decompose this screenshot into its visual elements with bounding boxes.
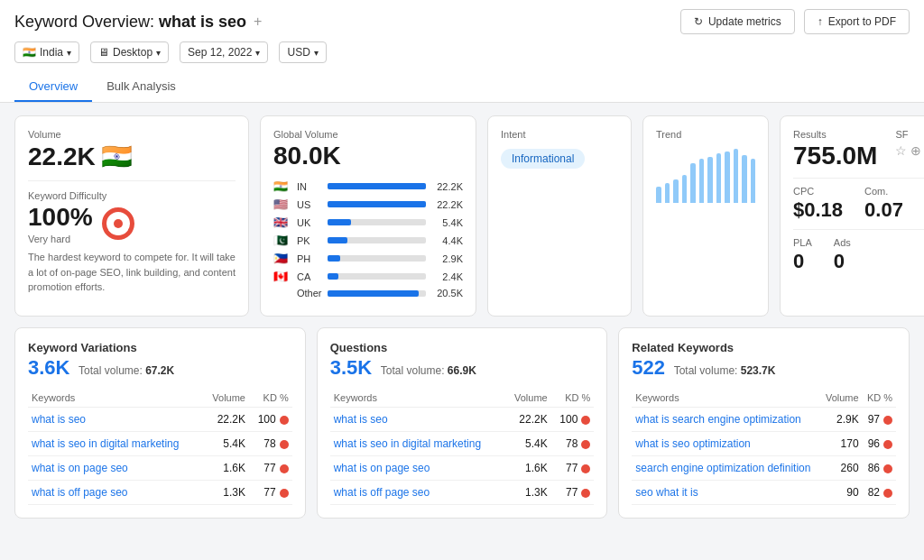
kw-link[interactable]: what is seo in digital marketing bbox=[334, 437, 481, 450]
export-icon: ↑ bbox=[818, 15, 823, 28]
kw-link[interactable]: search engine optimization definition bbox=[635, 462, 810, 474]
rk-section-title: Related Keywords bbox=[632, 341, 896, 354]
geo-val: 22.2K bbox=[431, 181, 463, 192]
table-row: what is seo 22.2K 100 bbox=[330, 408, 595, 432]
page-title: Keyword Overview: what is seo bbox=[14, 13, 246, 32]
kw-link[interactable]: what is seo bbox=[334, 413, 388, 426]
rk-total-val: 523.7K bbox=[741, 364, 776, 377]
results-value: 755.0M bbox=[793, 142, 877, 170]
volume-cell: 1.6K bbox=[505, 456, 551, 481]
geo-row: 🇮🇳 IN 22.2K bbox=[273, 179, 463, 193]
kd-cell: 77 bbox=[249, 456, 292, 481]
trend-bar bbox=[699, 159, 705, 203]
device-filter[interactable]: 🖥 Desktop ▾ bbox=[90, 41, 169, 63]
kw-link[interactable]: seo what it is bbox=[635, 486, 698, 499]
results-sf-card: Results 755.0M SF ☆ ⊕ ◎ +2 CPC $0 bbox=[780, 115, 924, 317]
kd-cell: 77 bbox=[249, 481, 292, 505]
trend-bar bbox=[751, 159, 756, 203]
kd-cell: 82 bbox=[863, 481, 896, 505]
kw-link[interactable]: what is off page seo bbox=[334, 486, 430, 499]
kw-link[interactable]: what is on page seo bbox=[32, 462, 128, 474]
top-cards-row: Volume 22.2K 🇮🇳 Keyword Difficulty 100% … bbox=[14, 115, 910, 317]
kw-link[interactable]: what is seo optimization bbox=[635, 437, 750, 450]
update-metrics-button[interactable]: ↻ Update metrics bbox=[680, 9, 795, 34]
country-label: India bbox=[40, 46, 63, 59]
pla-label: PLA bbox=[793, 237, 812, 248]
tab-bulk-analysis[interactable]: Bulk Analysis bbox=[92, 72, 190, 102]
q-total-val: 66.9K bbox=[448, 364, 476, 377]
kd-cell: 78 bbox=[551, 432, 595, 456]
geo-code: Other bbox=[297, 288, 322, 298]
table-row: what is seo optimization 170 96 bbox=[632, 432, 896, 456]
geo-row: 🇵🇭 PH 2.9K bbox=[273, 252, 463, 265]
geo-bar-fill bbox=[328, 273, 338, 280]
volume-label: Volume bbox=[28, 129, 236, 140]
geo-bar-bg bbox=[328, 201, 426, 207]
kw-cell: what is seo bbox=[28, 408, 203, 432]
pla-col: PLA 0 bbox=[793, 237, 812, 273]
geo-flag: 🇵🇭 bbox=[273, 252, 291, 265]
kv-total-val: 67.2K bbox=[145, 364, 174, 377]
tabs: Overview Bulk Analysis bbox=[14, 72, 910, 102]
geo-val: 20.5K bbox=[431, 288, 463, 298]
india-flag: 🇮🇳 bbox=[23, 46, 36, 59]
rk-total-label: Total volume: bbox=[674, 364, 738, 377]
rk-count: 522 bbox=[632, 356, 665, 379]
kw-cell: seo what it is bbox=[632, 481, 820, 505]
ads-value: 0 bbox=[834, 250, 851, 273]
tab-overview[interactable]: Overview bbox=[14, 72, 92, 102]
date-label: Sep 12, 2022 bbox=[188, 46, 252, 59]
currency-filter[interactable]: USD ▾ bbox=[279, 41, 326, 63]
header-filters: 🇮🇳 India ▾ 🖥 Desktop ▾ Sep 12, 2022 ▾ US… bbox=[14, 41, 910, 63]
date-filter[interactable]: Sep 12, 2022 ▾ bbox=[180, 41, 268, 63]
geo-row: 🇨🇦 CA 2.4K bbox=[273, 270, 463, 283]
table-row: what is off page seo 1.3K 77 bbox=[330, 481, 595, 505]
volume-cell: 1.3K bbox=[203, 481, 249, 505]
trend-card: Trend bbox=[642, 115, 769, 317]
geo-code: UK bbox=[297, 217, 322, 228]
q-col-kd: KD % bbox=[551, 389, 595, 408]
kv-summary: 3.6K Total volume: 67.2K bbox=[28, 356, 292, 380]
kd-dot bbox=[883, 440, 892, 449]
kd-circle-inner bbox=[114, 219, 123, 228]
pla-value: 0 bbox=[793, 250, 812, 273]
kd-dot bbox=[581, 464, 590, 473]
kd-dot bbox=[581, 416, 590, 425]
geo-bar-fill bbox=[328, 183, 426, 189]
kw-cell: what is search engine optimization bbox=[632, 408, 820, 432]
q-col-volume: Volume bbox=[505, 389, 551, 408]
geo-code: US bbox=[297, 199, 322, 210]
volume-number: 22.2K bbox=[28, 142, 96, 171]
main-content: Volume 22.2K 🇮🇳 Keyword Difficulty 100% … bbox=[0, 103, 924, 542]
divider bbox=[28, 180, 236, 181]
kw-link[interactable]: what is seo bbox=[32, 413, 86, 426]
kd-dot bbox=[280, 440, 289, 449]
country-filter[interactable]: 🇮🇳 India ▾ bbox=[14, 41, 79, 63]
geo-bar-bg bbox=[328, 183, 426, 189]
ads-col: Ads 0 bbox=[834, 237, 851, 273]
trend-bar bbox=[665, 183, 670, 203]
header: Keyword Overview: what is seo + ↻ Update… bbox=[0, 0, 924, 103]
com-col: Com. 0.07 bbox=[864, 186, 903, 222]
add-keyword-icon[interactable]: + bbox=[254, 14, 262, 30]
chevron-down-icon: ▾ bbox=[255, 48, 260, 58]
rk-table: Keywords Volume KD % what is search engi… bbox=[632, 389, 896, 505]
geo-bar-bg bbox=[328, 273, 426, 280]
kw-link[interactable]: what is on page seo bbox=[334, 462, 430, 474]
geo-bar-fill bbox=[328, 219, 351, 225]
kw-link[interactable]: what is seo in digital marketing bbox=[32, 437, 179, 450]
global-volume-value: 80.0K bbox=[273, 142, 463, 170]
india-flag-small: 🇮🇳 bbox=[101, 142, 133, 171]
geo-val: 22.2K bbox=[431, 199, 463, 210]
keyword-text: what is seo bbox=[159, 13, 246, 31]
export-pdf-button[interactable]: ↑ Export to PDF bbox=[804, 9, 910, 34]
kw-link[interactable]: what is off page seo bbox=[32, 486, 128, 499]
kw-link[interactable]: what is search engine optimization bbox=[635, 413, 800, 426]
kd-cell: 96 bbox=[863, 432, 896, 456]
update-metrics-label: Update metrics bbox=[708, 15, 781, 28]
kw-cell: what is off page seo bbox=[28, 481, 203, 505]
kd-dot bbox=[581, 440, 590, 449]
table-row: what is off page seo 1.3K 77 bbox=[28, 481, 292, 505]
volume-kd-card: Volume 22.2K 🇮🇳 Keyword Difficulty 100% … bbox=[14, 115, 249, 317]
intent-label: Intent bbox=[501, 129, 618, 140]
